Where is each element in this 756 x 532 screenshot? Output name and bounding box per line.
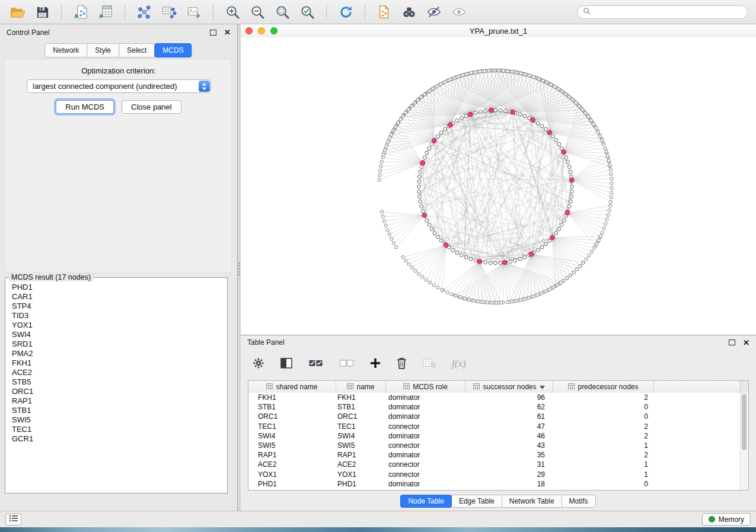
criterion-select[interactable]: largest connected component (undirected) (27, 79, 211, 93)
table-cell: RAP1 (336, 451, 386, 459)
share-document-icon (377, 4, 391, 20)
table-row[interactable]: SWI5SWI5connector431 (248, 441, 741, 450)
table-cell: 0 (553, 403, 654, 411)
table-cell: 43 (465, 441, 553, 450)
table-options-button[interactable] (253, 357, 264, 371)
column-chooser-button[interactable] (280, 358, 292, 370)
tab-edge-table[interactable]: Edge Table (451, 495, 502, 508)
table-row[interactable]: ORC1ORC1dominator610 (248, 412, 741, 421)
show-graphics-details-button[interactable] (448, 2, 470, 22)
control-panel: Control Panel ✕ Network Style Select MCD… (0, 24, 238, 511)
table-row[interactable]: TEC1TEC1connector472 (248, 422, 741, 431)
zoom-selected-button[interactable] (296, 2, 318, 22)
column-header-shared-name[interactable]: shared name (248, 381, 336, 393)
tab-network-table[interactable]: Network Table (502, 495, 562, 508)
memory-button[interactable]: Memory (702, 513, 751, 525)
mcds-result-item[interactable]: TID3 (12, 311, 221, 321)
tab-select[interactable]: Select (119, 43, 155, 57)
mcds-result-item[interactable]: SRD1 (12, 339, 221, 349)
table-row[interactable]: RAP1RAP1dominator352 (248, 450, 741, 460)
tab-motifs[interactable]: Motifs (562, 495, 596, 508)
zoom-fit-button[interactable] (271, 2, 294, 22)
column-header-mcds-role[interactable]: MCDS role (386, 381, 465, 393)
gear-icon (253, 357, 264, 371)
close-table-panel-icon[interactable]: ✕ (743, 339, 749, 347)
column-header-predecessor-nodes[interactable]: predecessor nodes (553, 381, 654, 393)
network-window-titlebar[interactable]: YPA_prune.txt_1 (241, 24, 756, 38)
mcds-result-item[interactable]: YOX1 (12, 321, 221, 330)
float-table-panel-icon[interactable] (729, 339, 735, 345)
search-input[interactable] (594, 7, 742, 17)
zoom-in-button[interactable] (221, 2, 244, 22)
mcds-result-item[interactable]: SWI5 (12, 415, 221, 425)
table-scrollbar[interactable] (740, 393, 748, 490)
float-panel-icon[interactable] (210, 30, 216, 36)
mcds-result-item[interactable]: PHD1 (12, 283, 221, 292)
network-from-table-button[interactable] (158, 2, 180, 22)
table-row[interactable]: PHD1PHD1dominator180 (248, 479, 741, 489)
table-cell: ACE2 (336, 460, 386, 469)
column-header-successor-nodes[interactable]: successor nodes (465, 381, 553, 393)
new-network-button[interactable] (133, 2, 155, 22)
panel-menu-button[interactable] (5, 514, 21, 525)
import-table-file-icon (98, 4, 113, 20)
hide-graphics-details-button[interactable] (423, 2, 445, 22)
mcds-result-item[interactable]: SWI4 (12, 330, 221, 339)
mcds-result-item[interactable]: STB1 (12, 406, 221, 415)
tab-node-table[interactable]: Node Table (400, 495, 452, 508)
control-panel-tabs: Network Style Select MCDS (45, 43, 192, 57)
run-mcds-button[interactable]: Run MCDS (56, 100, 114, 114)
delete-column-button[interactable] (397, 357, 407, 371)
mcds-result-item[interactable]: ACE2 (12, 368, 221, 377)
mcds-result-item[interactable]: RAP1 (12, 396, 221, 406)
zoom-out-button[interactable] (246, 2, 269, 22)
add-column-button[interactable] (370, 358, 381, 370)
close-window-icon[interactable] (245, 27, 253, 34)
tab-network[interactable]: Network (44, 43, 87, 57)
memory-label: Memory (719, 515, 744, 524)
scrollbar-thumb[interactable] (742, 394, 747, 450)
save-session-button[interactable] (31, 2, 53, 22)
table-row[interactable]: SWI4SWI4dominator462 (248, 431, 741, 441)
network-graph[interactable] (241, 37, 756, 335)
network-canvas[interactable] (241, 37, 756, 335)
table-cell: PHD1 (248, 480, 336, 488)
maximize-window-icon[interactable] (270, 27, 277, 34)
table-grid-icon (473, 383, 480, 391)
network-view-window: YPA_prune.txt_1 (241, 24, 756, 335)
mcds-result-item[interactable]: FKH1 (12, 358, 221, 368)
deselect-all-button[interactable] (339, 359, 354, 369)
mcds-result-item[interactable]: ORC1 (12, 387, 221, 396)
import-table-disabled-button[interactable] (423, 358, 436, 370)
search-box[interactable] (577, 5, 748, 19)
table-row[interactable]: STB1STB1dominator620 (248, 402, 741, 412)
import-network-button[interactable] (69, 2, 92, 22)
share-document-button[interactable] (373, 2, 395, 22)
table-row[interactable]: YOX1YOX1connector291 (248, 470, 741, 479)
table-row[interactable]: ACE2ACE2connector311 (248, 460, 741, 469)
export-image-button[interactable] (183, 2, 205, 22)
refresh-view-button[interactable] (334, 2, 357, 22)
column-header-name[interactable]: name (336, 381, 386, 393)
mcds-result-item[interactable]: GCR1 (12, 434, 221, 444)
open-file-button[interactable] (6, 2, 28, 22)
close-panel-button[interactable]: Close panel (122, 100, 181, 114)
mcds-result-item[interactable]: TEC1 (12, 425, 221, 434)
application-window: Control Panel ✕ Network Style Select MCD… (0, 0, 756, 527)
mcds-result-item[interactable]: CAR1 (12, 292, 221, 302)
close-panel-icon[interactable]: ✕ (224, 28, 231, 36)
mcds-result-item[interactable]: STB5 (12, 377, 221, 387)
minimize-window-icon[interactable] (258, 27, 265, 34)
mcds-result-item[interactable]: PMA2 (12, 349, 221, 358)
search-network-button[interactable] (398, 2, 420, 22)
import-table-button[interactable] (94, 2, 117, 22)
mcds-result-list[interactable]: PHD1CAR1STP4TID3YOX1SWI4SRD1PMA2FKH1ACE2… (5, 281, 227, 445)
table-row[interactable]: FKH1FKH1dominator962 (248, 393, 741, 402)
chevron-down-icon[interactable] (540, 383, 545, 391)
tab-style[interactable]: Style (87, 43, 119, 57)
function-builder-button[interactable]: f(x) (452, 358, 466, 370)
table-cell: 2 (553, 393, 654, 402)
select-all-button[interactable] (308, 359, 323, 369)
tab-mcds[interactable]: MCDS (154, 43, 192, 57)
mcds-result-item[interactable]: STP4 (12, 302, 221, 311)
